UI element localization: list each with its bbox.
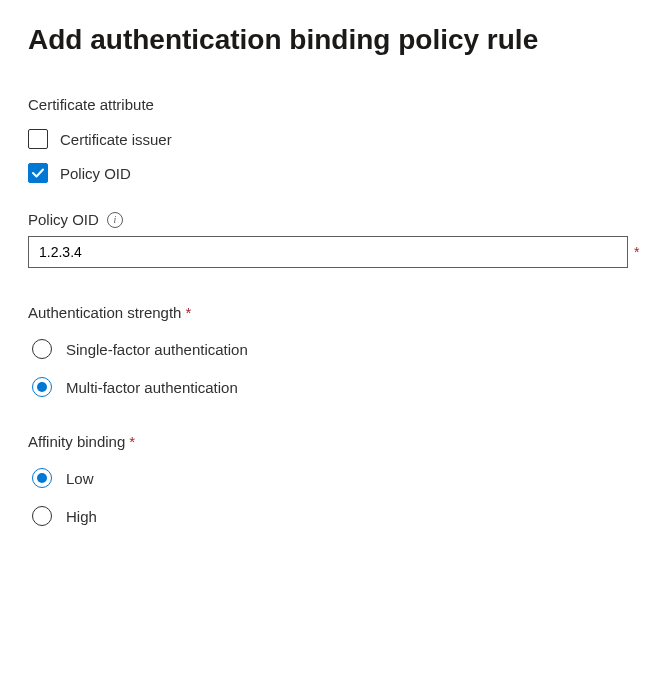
radio-label: Low bbox=[66, 470, 94, 487]
radio-icon bbox=[32, 339, 52, 359]
radio-icon bbox=[32, 468, 52, 488]
required-indicator: * bbox=[129, 433, 135, 450]
certificate-attribute-label: Certificate attribute bbox=[28, 96, 644, 113]
policy-oid-field-group: Policy OID i * bbox=[28, 211, 644, 268]
radio-affinity-low[interactable]: Low bbox=[28, 468, 644, 488]
policy-oid-label: Policy OID bbox=[28, 211, 99, 228]
page-title: Add authentication binding policy rule bbox=[28, 24, 644, 56]
radio-label: Multi-factor authentication bbox=[66, 379, 238, 396]
certificate-attribute-section: Certificate attribute Certificate issuer… bbox=[28, 96, 644, 183]
checkbox-label: Policy OID bbox=[60, 165, 131, 182]
authentication-strength-section: Authentication strength* Single-factor a… bbox=[28, 304, 644, 397]
checkbox-icon bbox=[28, 163, 48, 183]
checkmark-icon bbox=[31, 166, 45, 180]
radio-multi-factor[interactable]: Multi-factor authentication bbox=[28, 377, 644, 397]
radio-icon bbox=[32, 377, 52, 397]
radio-single-factor[interactable]: Single-factor authentication bbox=[28, 339, 644, 359]
radio-label: High bbox=[66, 508, 97, 525]
affinity-binding-section: Affinity binding* Low High bbox=[28, 433, 644, 526]
checkbox-icon bbox=[28, 129, 48, 149]
radio-label: Single-factor authentication bbox=[66, 341, 248, 358]
checkbox-certificate-issuer[interactable]: Certificate issuer bbox=[28, 129, 644, 149]
required-indicator: * bbox=[634, 244, 639, 260]
checkbox-policy-oid[interactable]: Policy OID bbox=[28, 163, 644, 183]
affinity-binding-label: Affinity binding* bbox=[28, 433, 644, 450]
authentication-strength-label: Authentication strength* bbox=[28, 304, 644, 321]
radio-affinity-high[interactable]: High bbox=[28, 506, 644, 526]
policy-oid-input[interactable] bbox=[28, 236, 628, 268]
info-icon[interactable]: i bbox=[107, 212, 123, 228]
radio-icon bbox=[32, 506, 52, 526]
required-indicator: * bbox=[185, 304, 191, 321]
checkbox-label: Certificate issuer bbox=[60, 131, 172, 148]
